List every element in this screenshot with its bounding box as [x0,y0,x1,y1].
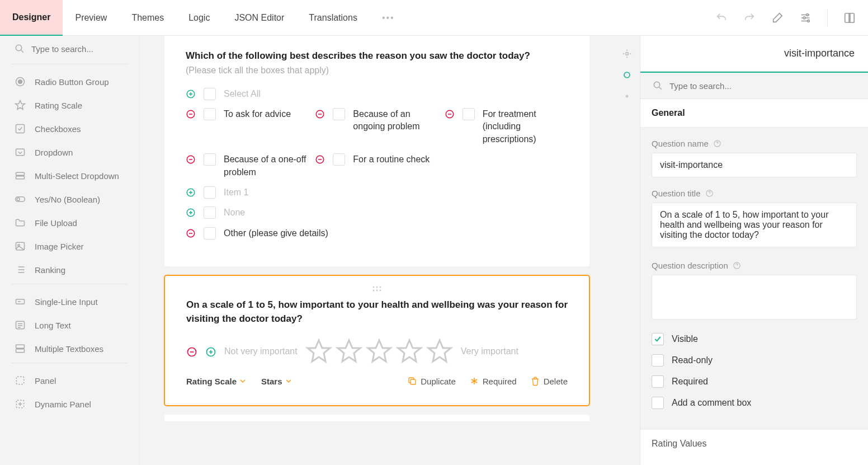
help-icon[interactable] [733,261,741,270]
help-icon[interactable] [713,139,721,148]
remove-icon[interactable] [186,346,197,358]
checkbox-input[interactable] [204,108,216,120]
remove-icon[interactable] [315,109,325,119]
max-label[interactable]: Very important [461,346,518,356]
choice-routine[interactable]: For a routine check [315,153,438,179]
display-mode-dropdown[interactable]: Stars [261,377,291,386]
input-title[interactable]: On a scale of 1 to 5, how important to y… [652,203,857,247]
q1-desc[interactable]: (Please tick all the boxes that apply) [186,65,568,76]
acc-general[interactable]: General [640,99,868,128]
checkbox-input[interactable] [204,88,216,100]
toolbox-search-input[interactable] [31,44,138,54]
svg-point-32 [373,290,375,292]
tb-text[interactable]: Single-Line Input [0,290,139,313]
tb-comment[interactable]: Long Text [0,313,139,337]
tab-json[interactable]: JSON Editor [222,0,296,36]
settings-icon[interactable] [799,12,812,24]
star-1[interactable] [305,338,332,365]
star-2[interactable] [336,338,362,365]
checkbox-input[interactable] [333,108,345,120]
input-name[interactable] [652,153,857,177]
delete-button[interactable]: Delete [530,376,568,386]
tb-dynpanel[interactable]: Dynamic Panel [0,392,139,416]
tb-radio[interactable]: Radio Button Group [0,70,139,93]
choice-none[interactable]: None [186,206,568,219]
page-dot[interactable] [621,91,633,102]
check-visible[interactable]: Visible [652,333,857,345]
checkbox-input[interactable] [333,153,345,166]
tab-translations[interactable]: Translations [296,0,370,36]
choice-other[interactable]: Other (please give details) [186,227,568,239]
choice-selectall[interactable]: Select All [186,88,568,100]
book-icon[interactable] [843,12,856,24]
redo-icon[interactable] [743,12,756,24]
add-icon[interactable] [205,346,216,358]
tb-checkboxes[interactable]: Checkboxes [0,117,139,140]
remove-icon[interactable] [186,109,196,119]
choice-advice[interactable]: To ask for advice [186,108,309,145]
help-icon[interactable] [705,189,714,198]
remove-icon[interactable] [445,109,455,119]
check-icon [653,335,662,344]
tab-designer[interactable]: Designer [0,0,63,36]
page-dot-active[interactable] [621,69,633,81]
canvas[interactable]: Which of the following best describes th… [140,36,614,465]
input-desc[interactable] [652,275,857,320]
chevron-down-icon [286,378,291,384]
choice-newitem[interactable]: Item 1 [186,186,568,199]
checkbox-input[interactable] [204,153,216,166]
question-type-dropdown[interactable]: Rating Scale [186,377,246,386]
locate-icon[interactable] [621,48,633,59]
question-checkbox[interactable]: Which of the following best describes th… [164,36,589,266]
remove-icon[interactable] [315,154,325,165]
props-search[interactable] [640,73,868,99]
remove-icon[interactable] [186,228,196,238]
checkbox-input[interactable] [204,227,216,239]
tb-image[interactable]: Image Picker [0,234,139,258]
drag-handle[interactable] [186,284,568,294]
check-comment[interactable]: Add a comment box [652,397,857,409]
tab-more[interactable]: ••• [370,0,407,36]
q2-title[interactable]: On a scale of 1 to 5, how important to y… [186,298,568,326]
choice-oneoff[interactable]: Because of a one-off problem [186,153,309,179]
properties-panel: visit-importance General Question name Q… [640,36,868,465]
choice-treatment[interactable]: For treatment (including prescriptions) [445,108,568,145]
props-search-input[interactable] [669,81,856,91]
eraser-icon[interactable] [771,12,784,24]
min-label[interactable]: Not very important [224,346,298,356]
choice-ongoing[interactable]: Because of an ongoing problem [315,108,438,145]
check-required[interactable]: Required [652,375,857,388]
tb-boolean[interactable]: Yes/No (Boolean) [0,187,139,211]
tab-themes[interactable]: Themes [119,0,176,36]
tb-multitext[interactable]: Multiple Textboxes [0,337,139,360]
add-icon[interactable] [186,208,196,218]
star-5[interactable] [426,338,453,365]
svg-point-34 [380,290,381,292]
tb-dropdown[interactable]: Dropdown [0,140,139,164]
acc-rating-values[interactable]: Rating Values [640,429,868,458]
undo-icon[interactable] [715,12,728,24]
question-rating[interactable]: On a scale of 1 to 5, how important to y… [164,275,589,406]
toolbox-search[interactable] [0,36,139,62]
check-readonly[interactable]: Read-only [652,354,857,367]
q1-title[interactable]: Which of the following best describes th… [186,49,568,63]
tb-tagbox[interactable]: Multi-Select Dropdown [0,164,139,187]
tb-rating[interactable]: Rating Scale [0,93,139,117]
required-button[interactable]: Required [469,376,517,386]
star-3[interactable] [366,338,393,365]
add-icon[interactable] [186,89,196,99]
tb-ranking[interactable]: Ranking [0,258,139,281]
checkbox-input[interactable] [204,186,216,199]
search-icon [15,44,25,54]
tab-logic[interactable]: Logic [176,0,222,36]
remove-icon[interactable] [186,154,196,165]
tab-preview[interactable]: Preview [63,0,119,36]
add-icon[interactable] [186,187,196,198]
checkbox-input[interactable] [204,206,216,219]
star-4[interactable] [396,338,423,365]
stars[interactable] [305,338,453,365]
checkbox-input[interactable] [463,108,475,120]
tb-file[interactable]: File Upload [0,211,139,234]
tb-panel[interactable]: Panel [0,369,139,392]
duplicate-button[interactable]: Duplicate [407,376,456,386]
